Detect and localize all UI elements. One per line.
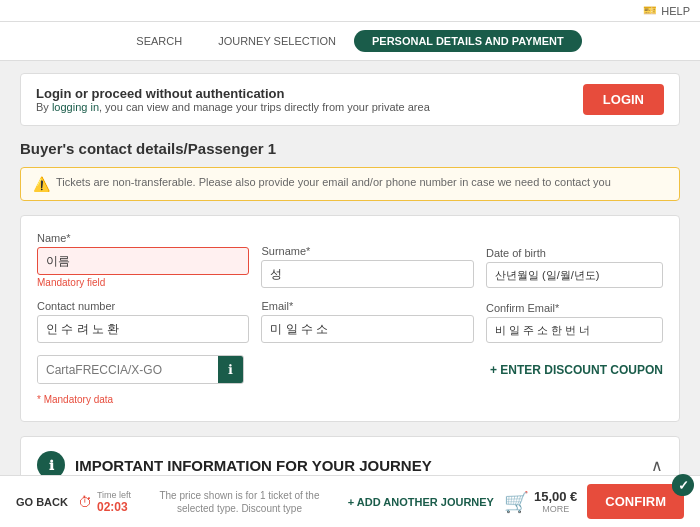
buyer-section-title: Buyer's contact details/Passenger 1 — [20, 140, 680, 157]
confirm-wrapper: CONFIRM ✓ — [587, 484, 684, 519]
login-link[interactable]: logging in — [52, 101, 99, 113]
step-personal-details[interactable]: PERSONAL DETAILS AND PAYMENT — [354, 30, 582, 52]
confirm-email-input[interactable] — [486, 317, 663, 343]
confirm-email-label: Confirm Email* — [486, 302, 663, 314]
login-banner-title: Login or proceed without authentication — [36, 86, 430, 101]
timer: ⏱ Time left 02:03 — [78, 490, 131, 514]
mandatory-field-msg: Mandatory field — [37, 277, 249, 288]
chevron-up-icon[interactable]: ∧ — [651, 456, 663, 475]
warning-text: Tickets are non-transferable. Please als… — [56, 176, 611, 188]
add-journey-button[interactable]: + ADD ANOTHER JOURNEY — [348, 496, 494, 508]
warning-icon: ⚠️ — [33, 176, 50, 192]
step-journey-selection[interactable]: JOURNEY SELECTION — [200, 30, 354, 52]
surname-input[interactable] — [261, 260, 473, 288]
checkmark-icon: ✓ — [672, 474, 694, 496]
go-back-button[interactable]: GO BACK — [16, 496, 68, 508]
timer-display: Time left 02:03 — [97, 490, 131, 514]
dob-input[interactable]: 산년월일 (일/월/년도) — [486, 262, 663, 288]
confirm-email-group: Confirm Email* — [486, 302, 663, 343]
cart-price: 15,00 € — [534, 489, 577, 504]
name-group: Name* Mandatory field — [37, 232, 249, 288]
main-content: Login or proceed without authentication … — [0, 61, 700, 527]
email-label: Email* — [261, 300, 473, 312]
timer-icon: ⏱ — [78, 494, 92, 510]
carta-input-wrap: ℹ — [37, 355, 244, 384]
surname-label: Surname* — [261, 245, 473, 257]
confirm-button[interactable]: CONFIRM — [587, 484, 684, 519]
cart-price-block: 15,00 € MORE — [534, 489, 577, 514]
cart-icon: 🛒 — [504, 490, 529, 514]
form-row-1: Name* Mandatory field Surname* Date of b… — [37, 232, 663, 288]
help-icon: 🎫 — [643, 4, 657, 17]
contact-label: Contact number — [37, 300, 249, 312]
carta-input[interactable] — [38, 357, 218, 383]
name-label: Name* — [37, 232, 249, 244]
contact-group: Contact number — [37, 300, 249, 343]
bottom-bar: GO BACK ⏱ Time left 02:03 The price show… — [0, 475, 700, 527]
surname-group: Surname* — [261, 245, 473, 288]
login-button[interactable]: LOGIN — [583, 84, 664, 115]
dob-label: Date of birth — [486, 247, 663, 259]
cart: 🛒 15,00 € MORE — [504, 489, 577, 514]
time-left-value: 02:03 — [97, 500, 131, 514]
login-banner-subtitle: By logging in, you can view and manage y… — [36, 101, 430, 113]
email-input[interactable] — [261, 315, 473, 343]
time-left-label: Time left — [97, 490, 131, 500]
form-card: Name* Mandatory field Surname* Date of b… — [20, 215, 680, 422]
help-label: HELP — [661, 5, 690, 17]
name-input[interactable] — [37, 247, 249, 275]
ticket-info-text: The price shown is for 1 ticket of the s… — [159, 490, 319, 514]
cart-more: MORE — [534, 504, 577, 514]
email-group: Email* — [261, 300, 473, 343]
login-banner: Login or proceed without authentication … — [20, 73, 680, 126]
info-title: IMPORTANT INFORMATION FOR YOUR JOURNEY — [75, 457, 432, 474]
carta-row: ℹ + ENTER DISCOUNT COUPON — [37, 355, 663, 384]
discount-coupon-button[interactable]: + ENTER DISCOUNT COUPON — [490, 363, 663, 377]
form-row-2: Contact number Email* Confirm Email* — [37, 300, 663, 343]
login-banner-text: Login or proceed without authentication … — [36, 86, 430, 113]
help-link[interactable]: 🎫 HELP — [643, 4, 690, 17]
nav-steps: SEARCH JOURNEY SELECTION PERSONAL DETAIL… — [0, 22, 700, 61]
carta-icon[interactable]: ℹ — [218, 356, 243, 383]
ticket-info: The price shown is for 1 ticket of the s… — [141, 489, 338, 515]
top-bar: 🎫 HELP — [0, 0, 700, 22]
contact-input[interactable] — [37, 315, 249, 343]
warning-box: ⚠️ Tickets are non-transferable. Please … — [20, 167, 680, 201]
mandatory-note: * Mandatory data — [37, 394, 663, 405]
dob-group: Date of birth 산년월일 (일/월/년도) — [486, 247, 663, 288]
step-search[interactable]: SEARCH — [118, 30, 200, 52]
